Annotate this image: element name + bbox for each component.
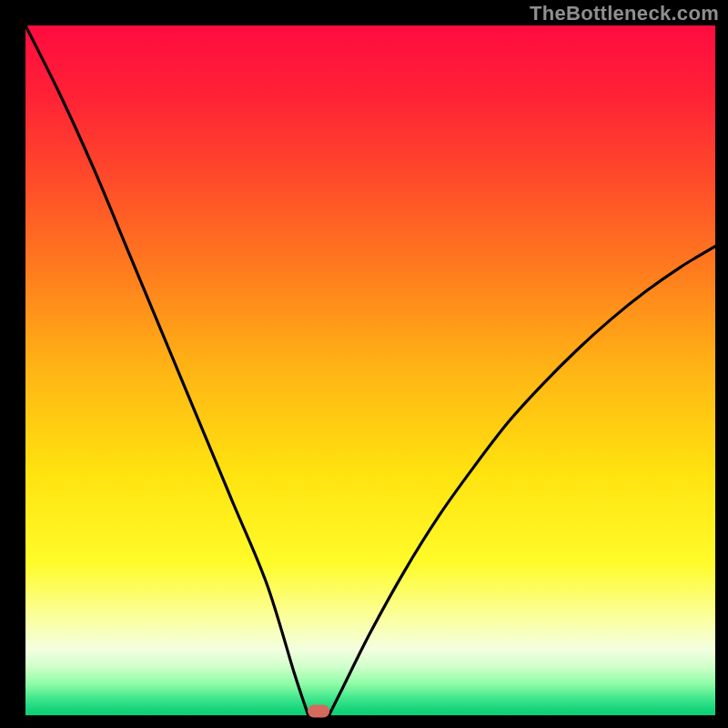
bottleneck-chart bbox=[0, 0, 728, 728]
plot-background bbox=[25, 25, 715, 715]
optimum-marker bbox=[308, 704, 329, 717]
chart-container: { "watermark": "TheBottleneck.com", "cha… bbox=[0, 0, 728, 728]
